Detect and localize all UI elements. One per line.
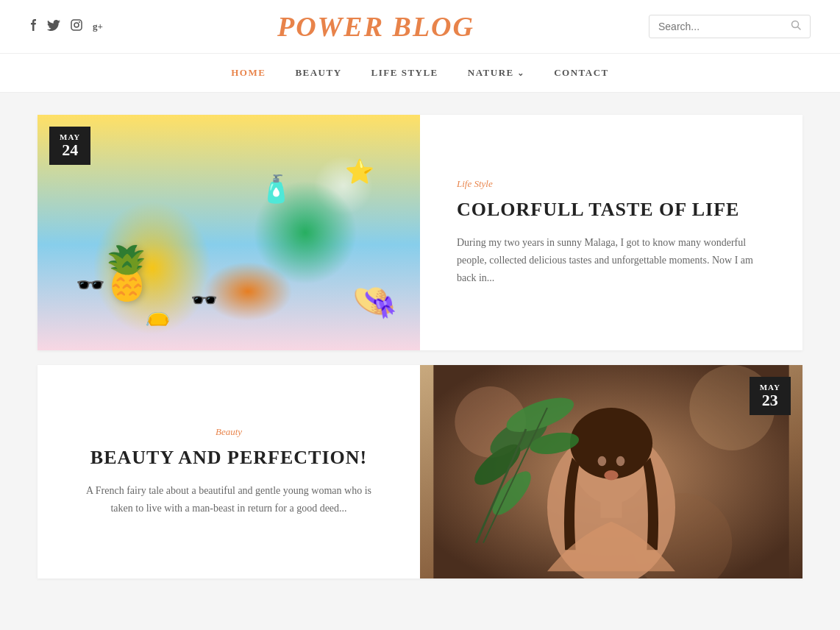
starfish-decor: ⭐ xyxy=(345,158,374,185)
site-header: g+ POWER BLOG xyxy=(0,0,840,54)
nav-item-lifestyle[interactable]: LIFE STYLE xyxy=(371,67,438,79)
date-badge-2: MAY 23 xyxy=(750,377,791,415)
svg-line-4 xyxy=(798,27,801,30)
post-category-1: Life Style xyxy=(457,178,766,190)
search-box xyxy=(649,15,811,38)
hat-decor: 👒 xyxy=(352,280,397,322)
nav-item-nature[interactable]: NATURE ⌄ xyxy=(468,67,524,79)
svg-point-1 xyxy=(74,23,79,27)
search-button[interactable] xyxy=(791,20,801,33)
svg-rect-12 xyxy=(601,497,622,518)
nav-item-contact[interactable]: CONTACT xyxy=(554,67,609,79)
post-excerpt-2: A French fairy tale about a beautiful an… xyxy=(74,482,383,517)
facebook-icon[interactable] xyxy=(29,18,37,35)
main-content: MAY 24 🍍 🕶️ 🕶️ 🧴 👒 ⭐ 👝 Life Style COLORF… xyxy=(23,115,817,578)
post-image-beauty: MAY 23 xyxy=(420,365,802,578)
nav-item-home[interactable]: HOME xyxy=(231,67,266,79)
site-title: POWER BLOG xyxy=(103,10,649,43)
bottle-decor: 🧴 xyxy=(260,174,293,205)
googleplus-icon[interactable]: g+ xyxy=(93,21,103,32)
post-image-lifestyle: MAY 24 🍍 🕶️ 🕶️ 🧴 👒 ⭐ 👝 xyxy=(38,115,420,350)
instagram-icon[interactable] xyxy=(71,19,82,34)
post-title-1: COLORFULL TASTE OF LIFE xyxy=(457,197,766,222)
orange-glasses-decor: 🕶️ xyxy=(191,287,218,313)
svg-rect-0 xyxy=(71,20,82,30)
post-card-beauty: Beauty BEAUTY AND PERFECTION! A French f… xyxy=(38,365,802,578)
post-content-lifestyle: Life Style COLORFULL TASTE OF LIFE Durin… xyxy=(420,115,802,350)
svg-point-14 xyxy=(616,456,625,467)
svg-point-13 xyxy=(598,456,607,467)
post-category-2: Beauty xyxy=(216,426,242,438)
twitter-icon[interactable] xyxy=(47,20,60,34)
post-title-2: BEAUTY AND PERFECTION! xyxy=(90,445,367,470)
date-badge-1: MAY 24 xyxy=(49,127,90,165)
post-card-lifestyle: MAY 24 🍍 🕶️ 🕶️ 🧴 👒 ⭐ 👝 Life Style COLORF… xyxy=(38,115,802,350)
social-icons-group: g+ xyxy=(29,18,103,35)
post-content-beauty: Beauty BEAUTY AND PERFECTION! A French f… xyxy=(38,365,420,578)
chevron-down-icon: ⌄ xyxy=(517,68,525,78)
svg-point-2 xyxy=(79,21,80,23)
nav-item-beauty[interactable]: BEAUTY xyxy=(295,67,341,79)
main-nav: HOME BEAUTY LIFE STYLE NATURE ⌄ CONTACT xyxy=(0,54,840,93)
post-excerpt-1: During my two years in sunny Malaga, I g… xyxy=(457,234,766,286)
sunglasses-decor: 🕶️ xyxy=(76,271,105,299)
svg-point-15 xyxy=(604,470,618,481)
svg-point-11 xyxy=(570,408,652,479)
search-input[interactable] xyxy=(658,21,791,32)
wallet-decor: 👝 xyxy=(145,302,171,327)
